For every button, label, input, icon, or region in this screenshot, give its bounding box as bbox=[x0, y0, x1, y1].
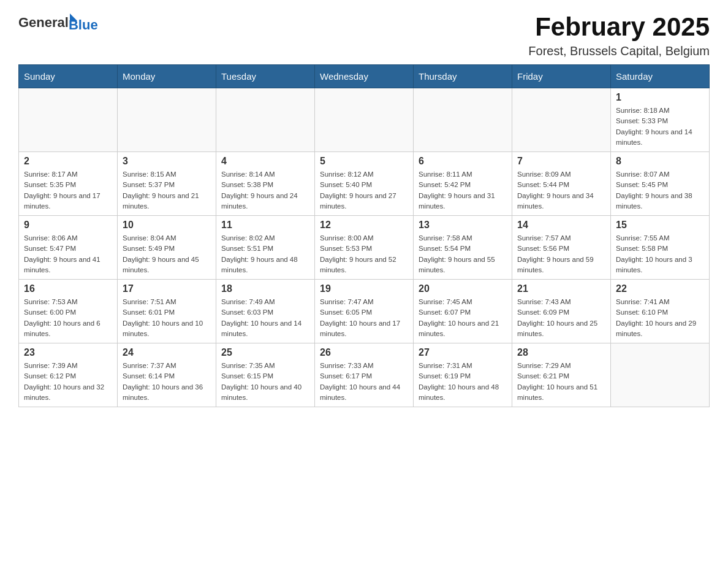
day-info: Sunrise: 7:45 AMSunset: 6:07 PMDaylight:… bbox=[419, 297, 507, 339]
day-info: Sunrise: 8:06 AMSunset: 5:47 PMDaylight:… bbox=[24, 233, 112, 275]
calendar-title: February 2025 bbox=[528, 12, 710, 42]
calendar-cell: 6Sunrise: 8:11 AMSunset: 5:42 PMDaylight… bbox=[414, 152, 512, 216]
day-info: Sunrise: 8:11 AMSunset: 5:42 PMDaylight:… bbox=[419, 169, 507, 212]
day-number: 17 bbox=[123, 283, 211, 294]
day-number: 28 bbox=[517, 347, 605, 358]
day-info: Sunrise: 7:53 AMSunset: 6:00 PMDaylight:… bbox=[24, 297, 112, 339]
calendar-cell: 24Sunrise: 7:37 AMSunset: 6:14 PMDayligh… bbox=[118, 343, 216, 407]
week-row-2: 2Sunrise: 8:17 AMSunset: 5:35 PMDaylight… bbox=[19, 152, 710, 216]
calendar-cell bbox=[216, 88, 315, 152]
calendar-cell: 21Sunrise: 7:43 AMSunset: 6:09 PMDayligh… bbox=[512, 280, 611, 343]
calendar-cell: 14Sunrise: 7:57 AMSunset: 5:56 PMDayligh… bbox=[512, 216, 611, 280]
day-info: Sunrise: 7:37 AMSunset: 6:14 PMDaylight:… bbox=[123, 361, 211, 403]
day-info: Sunrise: 7:31 AMSunset: 6:19 PMDaylight:… bbox=[419, 361, 507, 403]
calendar-cell bbox=[611, 343, 710, 407]
calendar-cell: 18Sunrise: 7:49 AMSunset: 6:03 PMDayligh… bbox=[216, 280, 315, 343]
day-number: 10 bbox=[123, 220, 211, 231]
calendar-table: SundayMondayTuesdayWednesdayThursdayFrid… bbox=[18, 64, 710, 407]
day-number: 2 bbox=[24, 156, 112, 167]
day-info: Sunrise: 8:07 AMSunset: 5:45 PMDaylight:… bbox=[616, 169, 704, 212]
week-row-5: 23Sunrise: 7:39 AMSunset: 6:12 PMDayligh… bbox=[19, 343, 710, 407]
page-header: General Blue February 2025 Forest, Bruss… bbox=[18, 12, 710, 58]
day-number: 6 bbox=[419, 156, 507, 167]
day-number: 7 bbox=[517, 156, 605, 167]
calendar-header: SundayMondayTuesdayWednesdayThursdayFrid… bbox=[19, 65, 710, 88]
week-row-1: 1Sunrise: 8:18 AMSunset: 5:33 PMDaylight… bbox=[19, 88, 710, 152]
calendar-header-row: SundayMondayTuesdayWednesdayThursdayFrid… bbox=[19, 65, 710, 88]
day-info: Sunrise: 8:18 AMSunset: 5:33 PMDaylight:… bbox=[616, 105, 704, 148]
calendar-cell: 19Sunrise: 7:47 AMSunset: 6:05 PMDayligh… bbox=[315, 280, 414, 343]
calendar-cell bbox=[19, 88, 118, 152]
day-number: 4 bbox=[221, 156, 309, 167]
day-number: 20 bbox=[419, 283, 507, 294]
weekday-header-wednesday: Wednesday bbox=[315, 65, 414, 88]
logo: General Blue bbox=[18, 12, 98, 33]
calendar-cell: 9Sunrise: 8:06 AMSunset: 5:47 PMDaylight… bbox=[19, 216, 118, 280]
day-info: Sunrise: 7:33 AMSunset: 6:17 PMDaylight:… bbox=[320, 361, 408, 403]
calendar-cell: 20Sunrise: 7:45 AMSunset: 6:07 PMDayligh… bbox=[414, 280, 512, 343]
day-info: Sunrise: 7:58 AMSunset: 5:54 PMDaylight:… bbox=[419, 233, 507, 275]
day-info: Sunrise: 8:04 AMSunset: 5:49 PMDaylight:… bbox=[123, 233, 211, 275]
calendar-cell: 12Sunrise: 8:00 AMSunset: 5:53 PMDayligh… bbox=[315, 216, 414, 280]
day-info: Sunrise: 8:15 AMSunset: 5:37 PMDaylight:… bbox=[123, 169, 211, 212]
day-number: 3 bbox=[123, 156, 211, 167]
weekday-header-saturday: Saturday bbox=[611, 65, 710, 88]
day-number: 26 bbox=[320, 347, 408, 358]
calendar-cell: 8Sunrise: 8:07 AMSunset: 5:45 PMDaylight… bbox=[611, 152, 710, 216]
calendar-cell bbox=[512, 88, 611, 152]
day-number: 23 bbox=[24, 347, 112, 358]
calendar-cell: 16Sunrise: 7:53 AMSunset: 6:00 PMDayligh… bbox=[19, 280, 118, 343]
day-number: 22 bbox=[616, 283, 704, 294]
day-number: 24 bbox=[123, 347, 211, 358]
calendar-cell: 15Sunrise: 7:55 AMSunset: 5:58 PMDayligh… bbox=[611, 216, 710, 280]
day-number: 14 bbox=[517, 220, 605, 231]
calendar-cell: 10Sunrise: 8:04 AMSunset: 5:49 PMDayligh… bbox=[118, 216, 216, 280]
day-info: Sunrise: 8:17 AMSunset: 5:35 PMDaylight:… bbox=[24, 169, 112, 212]
calendar-cell: 11Sunrise: 8:02 AMSunset: 5:51 PMDayligh… bbox=[216, 216, 315, 280]
day-number: 11 bbox=[221, 220, 309, 231]
day-number: 18 bbox=[221, 283, 309, 294]
day-info: Sunrise: 8:09 AMSunset: 5:44 PMDaylight:… bbox=[517, 169, 605, 212]
day-info: Sunrise: 7:57 AMSunset: 5:56 PMDaylight:… bbox=[517, 233, 605, 275]
calendar-cell: 28Sunrise: 7:29 AMSunset: 6:21 PMDayligh… bbox=[512, 343, 611, 407]
day-info: Sunrise: 7:41 AMSunset: 6:10 PMDaylight:… bbox=[616, 297, 704, 339]
calendar-cell: 13Sunrise: 7:58 AMSunset: 5:54 PMDayligh… bbox=[414, 216, 512, 280]
day-number: 19 bbox=[320, 283, 408, 294]
weekday-header-friday: Friday bbox=[512, 65, 611, 88]
calendar-cell bbox=[315, 88, 414, 152]
logo-blue: Blue bbox=[69, 17, 98, 33]
day-number: 25 bbox=[221, 347, 309, 358]
calendar-cell: 1Sunrise: 8:18 AMSunset: 5:33 PMDaylight… bbox=[611, 88, 710, 152]
week-row-3: 9Sunrise: 8:06 AMSunset: 5:47 PMDaylight… bbox=[19, 216, 710, 280]
calendar-cell: 2Sunrise: 8:17 AMSunset: 5:35 PMDaylight… bbox=[19, 152, 118, 216]
day-info: Sunrise: 7:55 AMSunset: 5:58 PMDaylight:… bbox=[616, 233, 704, 275]
logo-general: General bbox=[18, 15, 69, 31]
day-info: Sunrise: 7:49 AMSunset: 6:03 PMDaylight:… bbox=[221, 297, 309, 339]
day-info: Sunrise: 8:02 AMSunset: 5:51 PMDaylight:… bbox=[221, 233, 309, 275]
calendar-cell: 5Sunrise: 8:12 AMSunset: 5:40 PMDaylight… bbox=[315, 152, 414, 216]
day-number: 8 bbox=[616, 156, 704, 167]
calendar-cell bbox=[414, 88, 512, 152]
day-info: Sunrise: 7:39 AMSunset: 6:12 PMDaylight:… bbox=[24, 361, 112, 403]
day-info: Sunrise: 8:14 AMSunset: 5:38 PMDaylight:… bbox=[221, 169, 309, 212]
day-number: 12 bbox=[320, 220, 408, 231]
day-info: Sunrise: 7:35 AMSunset: 6:15 PMDaylight:… bbox=[221, 361, 309, 403]
weekday-header-monday: Monday bbox=[118, 65, 216, 88]
day-info: Sunrise: 7:47 AMSunset: 6:05 PMDaylight:… bbox=[320, 297, 408, 339]
day-info: Sunrise: 7:43 AMSunset: 6:09 PMDaylight:… bbox=[517, 297, 605, 339]
day-info: Sunrise: 8:00 AMSunset: 5:53 PMDaylight:… bbox=[320, 233, 408, 275]
day-info: Sunrise: 7:51 AMSunset: 6:01 PMDaylight:… bbox=[123, 297, 211, 339]
week-row-4: 16Sunrise: 7:53 AMSunset: 6:00 PMDayligh… bbox=[19, 280, 710, 343]
day-number: 13 bbox=[419, 220, 507, 231]
weekday-header-tuesday: Tuesday bbox=[216, 65, 315, 88]
calendar-body: 1Sunrise: 8:18 AMSunset: 5:33 PMDaylight… bbox=[19, 88, 710, 407]
calendar-cell: 4Sunrise: 8:14 AMSunset: 5:38 PMDaylight… bbox=[216, 152, 315, 216]
day-number: 9 bbox=[24, 220, 112, 231]
day-number: 5 bbox=[320, 156, 408, 167]
day-number: 21 bbox=[517, 283, 605, 294]
calendar-cell bbox=[118, 88, 216, 152]
calendar-cell: 26Sunrise: 7:33 AMSunset: 6:17 PMDayligh… bbox=[315, 343, 414, 407]
calendar-cell: 7Sunrise: 8:09 AMSunset: 5:44 PMDaylight… bbox=[512, 152, 611, 216]
calendar-subtitle: Forest, Brussels Capital, Belgium bbox=[528, 44, 710, 58]
day-info: Sunrise: 7:29 AMSunset: 6:21 PMDaylight:… bbox=[517, 361, 605, 403]
